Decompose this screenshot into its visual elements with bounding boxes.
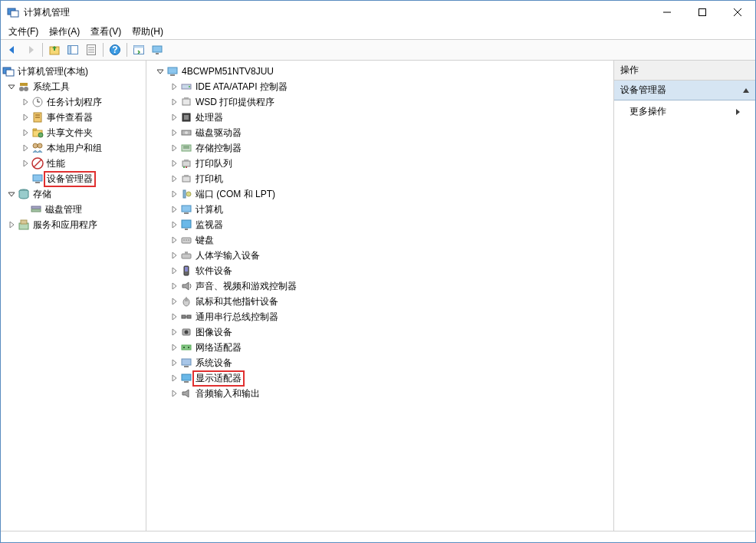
monitor-button[interactable] <box>149 41 166 58</box>
expander-icon[interactable] <box>169 128 179 137</box>
device-category-icon <box>180 96 192 108</box>
expander-icon[interactable] <box>21 113 30 122</box>
device-root[interactable]: 4BCWPM51NTV8JUU <box>148 64 612 79</box>
tree-item[interactable]: 共享文件夹 <box>2 125 144 140</box>
tree-storage[interactable]: 存储 <box>2 186 144 202</box>
menu-view[interactable]: 查看(V) <box>86 24 126 40</box>
device-category[interactable]: 软件设备 <box>148 263 612 278</box>
device-category[interactable]: IDE ATA/ATAPI 控制器 <box>148 79 612 94</box>
expander-icon[interactable] <box>169 389 179 398</box>
device-category[interactable]: 系统设备 <box>148 355 612 370</box>
expander-icon[interactable] <box>169 358 179 367</box>
submenu-icon <box>736 109 740 115</box>
device-category[interactable]: 磁盘驱动器 <box>148 125 612 140</box>
toolbar: ? <box>1 39 755 61</box>
menu-help[interactable]: 帮助(H) <box>127 24 168 40</box>
maximize-button[interactable] <box>685 1 720 24</box>
tree-item-icon <box>31 173 44 185</box>
expander-icon[interactable] <box>169 220 179 229</box>
svg-rect-63 <box>182 206 191 212</box>
properties-button[interactable] <box>83 41 100 58</box>
device-category[interactable]: 声音、视频和游戏控制器 <box>148 278 612 294</box>
expander-icon[interactable] <box>169 312 179 321</box>
expander-icon[interactable] <box>21 128 30 137</box>
device-category[interactable]: 网络适配器 <box>148 340 612 355</box>
left-tree-panel[interactable]: 计算机管理(本地) 系统工具 任务计划程序事件查看器共享文件夹本地用户和组性能设… <box>1 61 146 531</box>
view-mode-button[interactable] <box>130 41 147 58</box>
titlebar: 计算机管理 <box>1 1 755 24</box>
device-category[interactable]: 显示适配器 <box>148 370 612 386</box>
expander-icon[interactable] <box>169 189 179 199</box>
expander-icon[interactable] <box>169 343 179 352</box>
device-category[interactable]: 通用串行总线控制器 <box>148 309 612 324</box>
expander-icon[interactable] <box>169 235 179 245</box>
actions-category[interactable]: 设备管理器 <box>614 81 755 100</box>
show-hide-tree-button[interactable] <box>64 41 81 58</box>
expander-icon[interactable] <box>169 143 179 153</box>
expander-icon[interactable] <box>169 327 179 337</box>
tree-system-tools[interactable]: 系统工具 <box>2 79 144 94</box>
expander-icon[interactable] <box>169 205 179 214</box>
more-actions[interactable]: 更多操作 <box>614 100 755 123</box>
svg-rect-35 <box>33 175 42 181</box>
expander-icon[interactable] <box>169 97 179 107</box>
expander-icon[interactable] <box>169 266 179 275</box>
expander-icon[interactable] <box>21 143 30 153</box>
device-tree-panel[interactable]: 4BCWPM51NTV8JUU IDE ATA/ATAPI 控制器WSD 打印提… <box>146 61 614 531</box>
svg-rect-85 <box>188 347 189 348</box>
device-category-icon <box>180 127 192 139</box>
device-category[interactable]: 音频输入和输出 <box>148 386 612 401</box>
device-category[interactable]: 人体学输入设备 <box>148 248 612 263</box>
svg-rect-64 <box>184 212 189 214</box>
up-button[interactable] <box>46 41 63 58</box>
tree-item[interactable]: 性能 <box>2 156 144 171</box>
expander-icon[interactable] <box>169 113 179 122</box>
menu-file[interactable]: 文件(F) <box>4 24 43 40</box>
expander-icon[interactable] <box>7 220 16 229</box>
tree-services[interactable]: 服务和应用程序 <box>2 217 144 232</box>
window-title: 计算机管理 <box>24 6 649 19</box>
back-button[interactable] <box>4 41 21 58</box>
device-category[interactable]: 存储控制器 <box>148 140 612 156</box>
menu-action[interactable]: 操作(A) <box>44 24 84 40</box>
device-category[interactable]: 处理器 <box>148 110 612 125</box>
device-category[interactable]: 监视器 <box>148 217 612 232</box>
tree-item[interactable]: 任务计划程序 <box>2 94 144 110</box>
content-area: 计算机管理(本地) 系统工具 任务计划程序事件查看器共享文件夹本地用户和组性能设… <box>1 61 755 531</box>
forward-button[interactable] <box>22 41 39 58</box>
device-category[interactable]: WSD 打印提供程序 <box>148 94 612 110</box>
device-category-icon <box>180 311 192 323</box>
device-category-icon <box>180 295 192 308</box>
close-button[interactable] <box>720 1 755 24</box>
tree-item[interactable]: 磁盘管理 <box>2 202 144 217</box>
device-category[interactable]: 端口 (COM 和 LPT) <box>148 186 612 202</box>
device-category[interactable]: 键盘 <box>148 232 612 248</box>
tree-root[interactable]: 计算机管理(本地) <box>2 64 144 79</box>
expander-icon[interactable] <box>7 189 16 199</box>
tree-item[interactable]: 事件查看器 <box>2 110 144 125</box>
expander-icon[interactable] <box>169 159 179 168</box>
device-category[interactable]: 计算机 <box>148 202 612 217</box>
svg-rect-58 <box>186 166 187 168</box>
device-category[interactable]: 打印机 <box>148 171 612 186</box>
expander-icon[interactable] <box>169 174 179 183</box>
help-button[interactable]: ? <box>107 41 123 58</box>
tree-item-icon <box>31 127 44 139</box>
expander-icon[interactable] <box>169 374 179 383</box>
expander-icon[interactable] <box>156 67 165 76</box>
expander-icon[interactable] <box>21 159 30 168</box>
expander-icon[interactable] <box>169 297 179 306</box>
expander-icon[interactable] <box>7 82 16 91</box>
device-category[interactable]: 打印队列 <box>148 156 612 171</box>
tree-item[interactable]: 本地用户和组 <box>2 140 144 156</box>
svg-point-45 <box>189 86 190 87</box>
minimize-button[interactable] <box>649 1 685 24</box>
device-category-icon <box>180 142 192 154</box>
expander-icon[interactable] <box>169 82 179 91</box>
device-category[interactable]: 图像设备 <box>148 324 612 340</box>
expander-icon[interactable] <box>169 251 179 260</box>
expander-icon[interactable] <box>169 281 179 291</box>
tree-item[interactable]: 设备管理器 <box>2 171 144 186</box>
expander-icon[interactable] <box>21 97 30 107</box>
device-category[interactable]: 鼠标和其他指针设备 <box>148 294 612 309</box>
